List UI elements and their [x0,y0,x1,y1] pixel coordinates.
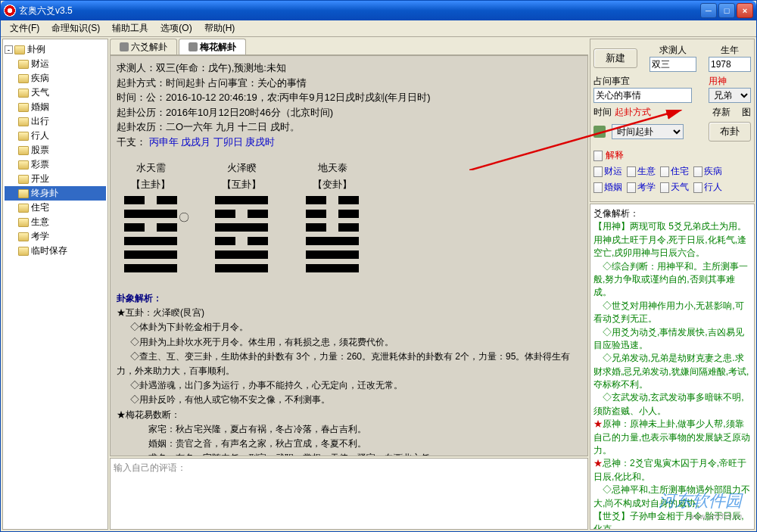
folder-icon [18,60,29,69]
folder-icon [18,160,29,170]
titlebar: 玄奥六爻v3.5 ─ □ × [1,1,756,20]
category-link[interactable]: 婚姻 [593,181,622,194]
menu-file[interactable]: 文件(F) [4,20,45,36]
save-link[interactable]: 存新 [712,106,731,119]
doc-icon [627,166,636,177]
tree-item[interactable]: 财运 [5,57,106,71]
tree-item[interactable]: 住宅 [5,201,106,215]
folder-icon [18,117,29,126]
category-link[interactable]: 财运 [593,165,622,178]
menu-tools[interactable]: 辅助工具 [106,20,154,36]
maximize-button[interactable]: □ [718,3,735,18]
tree-item[interactable]: 疾病 [5,71,106,86]
folder-icon [18,74,29,83]
tree-item[interactable]: 生意 [5,215,106,229]
category-link[interactable]: 疾病 [693,165,722,178]
menu-knowledge[interactable]: 命理知识(S) [45,20,106,36]
info-line: 求测人：双三(年命：戊午),预测地:未知 [117,61,581,76]
info-line: 起卦公历：2016年10月12日20时46分（北京时间) [117,105,581,120]
doc-icon [593,151,603,161]
folder-icon [18,103,29,112]
tree-item[interactable]: 终身卦 [5,186,106,201]
doc-icon [660,182,669,193]
time-icon[interactable] [593,126,606,138]
folder-icon [18,189,29,198]
folder-icon [18,175,29,184]
folder-icon [18,218,29,227]
analysis: 卦象解析： ★互卦：火泽睽(艮宫) ◇体卦为下卦乾金相于月令。◇用卦为上卦坎水死… [117,291,581,456]
close-button[interactable]: × [737,3,753,18]
folder-icon [18,146,29,155]
tree-item[interactable]: 股票 [5,143,106,157]
category-link[interactable]: 住宅 [660,165,689,178]
folder-icon [14,45,25,54]
menu-help[interactable]: 帮助(H) [198,20,241,36]
hexagram-diagrams: 水天需【主卦】〇火泽睽【互卦】地天泰【变卦】 [124,160,581,272]
interpret-label: 解释 [606,149,624,162]
tree-item[interactable]: 考学 [5,229,106,244]
doc-icon [693,182,702,193]
yongshen-select[interactable]: 兄弟 [709,88,751,103]
tree-root[interactable]: - 卦例 [5,42,106,57]
person-input[interactable] [650,57,696,72]
category-link[interactable]: 考学 [627,181,656,194]
info-line: 时间：公：2016-10-12 20:46:19，农:丙申年9月12日戌时戌刻(… [117,90,581,105]
bugua-button[interactable]: 布卦 [709,122,751,142]
tab-meihua[interactable]: 梅花解卦 [179,39,246,54]
sidebar-tree[interactable]: - 卦例 财运疾病天气婚姻出行行人股票彩票开业终身卦住宅生意考学临时保存 [2,39,108,530]
watermark: 河东软件园www.pc6359.cn [659,490,742,521]
app-icon [4,5,16,17]
category-link[interactable]: 生意 [627,165,656,178]
folder-icon [18,204,29,213]
tab-liuyao[interactable]: 六爻解卦 [110,39,177,54]
matter-input[interactable] [593,88,692,103]
tree-item[interactable]: 行人 [5,129,106,143]
method-select[interactable]: 时间起卦 [612,124,684,139]
new-button[interactable]: 新建 [593,48,637,68]
doc-icon [627,182,636,193]
info-line: 起卦方式：时间起卦 占问事宜：关心的事情 [117,76,581,91]
category-link[interactable]: 天气 [660,181,689,194]
interpretation-panel[interactable]: 爻像解析： 【用神】两现可取 5爻兄弟戌土为用。用神戌土旺于月令,死于日辰,化耗… [590,204,755,530]
tree-item[interactable]: 临时保存 [5,244,106,258]
birthyear-input[interactable] [709,57,751,72]
tree-item[interactable]: 出行 [5,114,106,129]
tree-item[interactable]: 彩票 [5,157,106,172]
folder-icon [18,89,29,98]
folder-icon [18,247,29,256]
form-panel: 新建 求测人 生年 占问事宜 用神兄弟 时间 起卦方式 存新 图 [590,39,755,202]
info-line: 干支： 丙申年 戊戌月 丁卯日 庚戌时 [117,135,581,150]
doc-icon [593,182,603,193]
info-line: 起卦农历：二O一六年 九月 十二日 戌时。 [117,120,581,135]
doc-icon [693,166,702,177]
content-area[interactable]: 求测人：双三(年命：戊午),预测地:未知 起卦方式：时间起卦 占问事宜：关心的事… [110,55,588,456]
folder-icon [18,132,29,141]
doc-icon [660,166,669,177]
tab-icon [188,42,198,51]
comment-input[interactable]: 输入自己的评语： [110,458,588,530]
tree-item[interactable]: 开业 [5,172,106,186]
expand-icon[interactable]: - [5,45,13,54]
window-title: 玄奥六爻v3.5 [19,5,699,17]
tree-item[interactable]: 天气 [5,86,106,100]
tabs: 六爻解卦 梅花解卦 [110,39,588,55]
menubar: 文件(F) 命理知识(S) 辅助工具 选项(O) 帮助(H) [1,20,756,37]
category-link[interactable]: 行人 [693,181,722,194]
tree-item[interactable]: 婚姻 [5,100,106,114]
minimize-button[interactable]: ─ [700,3,717,18]
tab-icon [120,42,129,51]
folder-icon [18,232,29,241]
pic-link[interactable]: 图 [742,106,751,119]
menu-options[interactable]: 选项(O) [154,20,198,36]
doc-icon [593,166,603,177]
